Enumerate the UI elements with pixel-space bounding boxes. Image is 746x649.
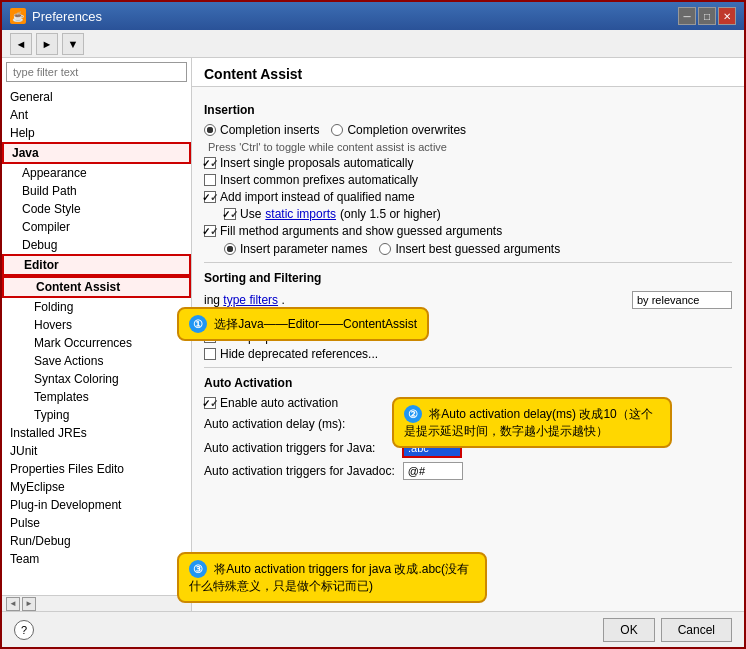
insert-best-label: Insert best guessed arguments [395, 242, 560, 256]
type-filters-link[interactable]: type filters [223, 293, 278, 307]
insert-best-indicator [379, 243, 391, 255]
title-bar: ☕ Preferences ─ □ ✕ [2, 2, 744, 30]
scroll-left[interactable]: ◄ [6, 597, 20, 611]
sidebar-item-mark-occurrences[interactable]: Mark Occurrences [2, 334, 191, 352]
hide-deprecated-checkbox[interactable]: Hide deprecated references... [204, 347, 732, 361]
ok-button[interactable]: OK [603, 618, 654, 642]
sidebar-item-syntax-coloring[interactable]: Syntax Coloring [2, 370, 191, 388]
footer: ? OK Cancel [2, 611, 744, 647]
static-imports-link[interactable]: static imports [265, 207, 336, 221]
annotation-bubble-1: ① 选择Java——Editor——ContentAssist [177, 307, 429, 341]
auto-activation-title: Auto Activation [204, 376, 732, 390]
sidebar-item-code-style[interactable]: Code Style [2, 200, 191, 218]
sidebar: General Ant Help Java Appearance Build P… [2, 58, 192, 611]
completion-inserts-radio[interactable]: Completion inserts [204, 123, 319, 137]
tree: General Ant Help Java Appearance Build P… [2, 86, 191, 595]
minimize-button[interactable]: ─ [678, 7, 696, 25]
cancel-button[interactable]: Cancel [661, 618, 732, 642]
back-button[interactable]: ◄ [10, 33, 32, 55]
bubble-text-3: 将Auto activation triggers for java 改成.ab… [189, 562, 469, 593]
sidebar-item-compiler[interactable]: Compiler [2, 218, 191, 236]
add-import-label: Add import instead of qualified name [220, 190, 415, 204]
bubble-num-2: ② [404, 405, 422, 423]
forward-button[interactable]: ► [36, 33, 58, 55]
filter-input[interactable] [6, 62, 187, 82]
sidebar-item-save-actions[interactable]: Save Actions [2, 352, 191, 370]
sort-dropdown[interactable]: by relevance alphabetically [632, 291, 732, 309]
hide-deprecated-label: Hide deprecated references... [220, 347, 378, 361]
use-static-checkbox[interactable]: ✓ Use static imports (only 1.5 or higher… [204, 207, 732, 221]
type-filters-prefix: ing [204, 293, 223, 307]
completion-inserts-label: Completion inserts [220, 123, 319, 137]
completion-overwrites-radio[interactable]: Completion overwrites [331, 123, 466, 137]
footer-left: ? [14, 620, 34, 640]
sidebar-item-junit[interactable]: JUnit [2, 442, 191, 460]
insert-param-indicator [224, 243, 236, 255]
sidebar-item-plugin-development[interactable]: Plug-in Development [2, 496, 191, 514]
sidebar-item-build-path[interactable]: Build Path [2, 182, 191, 200]
sidebar-item-templates[interactable]: Templates [2, 388, 191, 406]
insertion-section-title: Insertion [204, 103, 732, 117]
fill-method-checkbox[interactable]: ✓ Fill method arguments and show guessed… [204, 224, 732, 238]
add-import-checkbox[interactable]: ✓ Add import instead of qualified name [204, 190, 732, 204]
sidebar-item-myeclipse[interactable]: MyEclipse [2, 478, 191, 496]
completion-inserts-indicator [204, 124, 216, 136]
maximize-button[interactable]: □ [698, 7, 716, 25]
help-button[interactable]: ? [14, 620, 34, 640]
scroll-right[interactable]: ► [22, 597, 36, 611]
ctrl-note: Press 'Ctrl' to toggle while content ass… [208, 141, 732, 153]
sidebar-item-appearance[interactable]: Appearance [2, 164, 191, 182]
sidebar-item-installed-jres[interactable]: Installed JREs [2, 424, 191, 442]
preferences-window: ☕ Preferences ─ □ ✕ ◄ ► ▼ General Ant He… [0, 0, 746, 649]
content-body: Insertion Completion inserts Completion … [192, 87, 744, 611]
enable-auto-activation-indicator: ✓ [204, 397, 216, 409]
bubble-text-1: 选择Java——Editor——ContentAssist [214, 317, 417, 331]
enable-auto-activation-label: Enable auto activation [220, 396, 338, 410]
sidebar-item-typing[interactable]: Typing [2, 406, 191, 424]
insert-best-radio[interactable]: Insert best guessed arguments [379, 242, 560, 256]
type-filters-text: ing type filters . [204, 293, 285, 307]
close-button[interactable]: ✕ [718, 7, 736, 25]
sidebar-item-folding[interactable]: Folding [2, 298, 191, 316]
sidebar-item-ant[interactable]: Ant [2, 106, 191, 124]
bubble-num-3: ③ [189, 560, 207, 578]
sidebar-item-java[interactable]: Java [2, 142, 191, 164]
bubble-num-1: ① [189, 315, 207, 333]
sidebar-item-editor[interactable]: Editor [2, 254, 191, 276]
insert-common-indicator [204, 174, 216, 186]
static-note-suffix: (only 1.5 or higher) [340, 207, 441, 221]
completion-overwrites-indicator [331, 124, 343, 136]
footer-right: OK Cancel [603, 618, 732, 642]
sidebar-item-team[interactable]: Team [2, 550, 191, 568]
sidebar-item-run-debug[interactable]: Run/Debug [2, 532, 191, 550]
window-title: Preferences [32, 9, 102, 24]
sidebar-item-properties-files[interactable]: Properties Files Edito [2, 460, 191, 478]
sidebar-item-debug[interactable]: Debug [2, 236, 191, 254]
add-import-indicator: ✓ [204, 191, 216, 203]
dropdown-button[interactable]: ▼ [62, 33, 84, 55]
type-filters-suffix: . [281, 293, 284, 307]
content-header: Content Assist [192, 58, 744, 87]
sidebar-item-pulse[interactable]: Pulse [2, 514, 191, 532]
bubble-text-2: 将Auto activation delay(ms) 改成10（这个是提示延迟时… [404, 407, 653, 438]
sidebar-item-general[interactable]: General [2, 88, 191, 106]
fill-method-label: Fill method arguments and show guessed a… [220, 224, 502, 238]
insert-param-radio[interactable]: Insert parameter names [224, 242, 367, 256]
content-title: Content Assist [204, 66, 732, 82]
window-controls: ─ □ ✕ [678, 7, 736, 25]
insert-common-label: Insert common prefixes automatically [220, 173, 418, 187]
toolbar: ◄ ► ▼ [2, 30, 744, 58]
sidebar-item-hovers[interactable]: Hovers [2, 316, 191, 334]
sidebar-item-help[interactable]: Help [2, 124, 191, 142]
parameter-radio-group: Insert parameter names Insert best guess… [204, 242, 732, 256]
triggers-javadoc-input[interactable] [403, 462, 463, 480]
insert-single-checkbox[interactable]: ✓ Insert single proposals automatically [204, 156, 732, 170]
scroll-arrows: ◄ ► [6, 597, 36, 611]
delay-label: Auto activation delay (ms): [204, 417, 394, 431]
annotation-bubble-3: ③ 将Auto activation triggers for java 改成.… [177, 552, 487, 603]
sort-dropdown-container: by relevance alphabetically [632, 291, 732, 309]
insert-common-checkbox[interactable]: Insert common prefixes automatically [204, 173, 732, 187]
sidebar-item-content-assist[interactable]: Content Assist [2, 276, 191, 298]
separator-1 [204, 262, 732, 263]
title-bar-left: ☕ Preferences [10, 8, 102, 24]
